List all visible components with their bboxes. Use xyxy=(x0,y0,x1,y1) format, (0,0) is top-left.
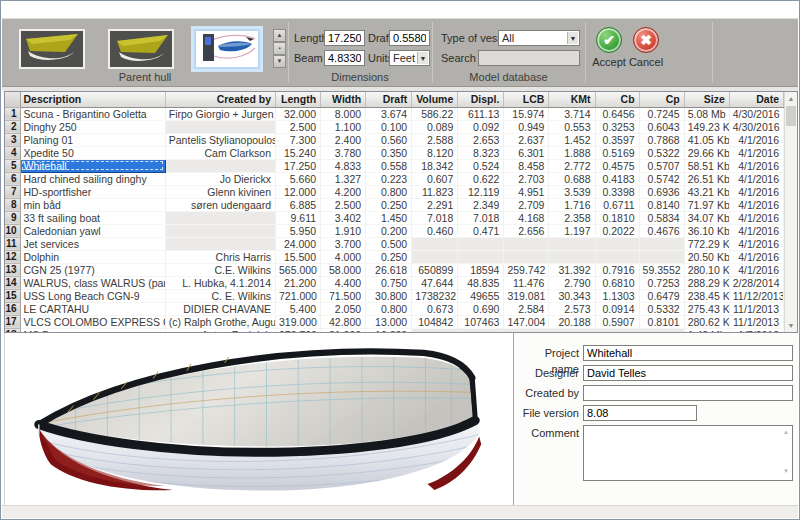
cell-date[interactable]: 11/1/2013 xyxy=(729,315,783,328)
cell-created_by[interactable]: C. E. Wilkins xyxy=(165,289,275,302)
cell-created_by[interactable]: Cam Clarkson xyxy=(165,146,275,159)
table-row[interactable]: 15USS Long Beach CGN-9C. E. Wilkins721.0… xyxy=(5,289,784,302)
cell-description[interactable]: HD-sportfisher xyxy=(20,185,165,198)
cell-cp[interactable]: 0.6043 xyxy=(639,120,684,133)
cell-cb[interactable]: 0.5907 xyxy=(595,315,639,328)
cell-size[interactable]: 26.51 Kb xyxy=(684,172,729,185)
cell-draft[interactable]: 0.558 xyxy=(366,159,412,172)
column-header-draft[interactable]: Draft xyxy=(366,92,412,107)
cell-width[interactable]: 2.050 xyxy=(321,302,366,315)
cell-kmt[interactable]: 31.392 xyxy=(549,263,595,276)
cell-length[interactable]: 721.000 xyxy=(275,289,320,302)
table-row[interactable]: 17VLCS COLOMBO EXPRESS Class(c) Ralph Gr… xyxy=(5,315,784,328)
cell-cb[interactable]: 0.3253 xyxy=(595,120,639,133)
cell-date[interactable]: 4/1/2016 xyxy=(729,250,783,263)
project-name-input[interactable] xyxy=(583,345,793,361)
cell-size[interactable]: 5.08 Mb xyxy=(684,107,729,120)
cell-volume[interactable]: 2.291 xyxy=(412,198,458,211)
cell-cb[interactable]: 0.4575 xyxy=(595,159,639,172)
cell-cp[interactable]: 0.5707 xyxy=(639,159,684,172)
cell-draft[interactable]: 0.800 xyxy=(366,185,412,198)
length-input[interactable] xyxy=(324,30,365,46)
cell-created_by[interactable]: (c) Ralph Grothe, August 2012 xyxy=(165,315,275,328)
row-number-cell[interactable]: 9 xyxy=(5,211,20,224)
cell-volume[interactable]: 0.607 xyxy=(412,172,458,185)
cell-lcb[interactable]: 147.004 xyxy=(504,315,549,328)
cell-size[interactable]: 29.66 Kb xyxy=(684,146,729,159)
cell-draft[interactable]: 0.250 xyxy=(366,250,412,263)
cell-kmt[interactable]: 0.688 xyxy=(549,172,595,185)
cell-lcb[interactable]: 8.458 xyxy=(504,159,549,172)
cell-displ[interactable]: 49655 xyxy=(458,289,504,302)
row-number-cell[interactable]: 16 xyxy=(5,302,20,315)
cell-length[interactable]: 2.500 xyxy=(275,120,320,133)
cell-created_by[interactable] xyxy=(165,120,275,133)
accept-button[interactable]: ✔ xyxy=(596,27,622,53)
cell-description[interactable]: Scuna - Brigantino Goletta xyxy=(20,107,165,120)
table-row[interactable]: 8min bådsøren udengaard6.8852.5000.2502.… xyxy=(5,198,784,211)
cell-date[interactable]: 4/1/2016 xyxy=(729,211,783,224)
column-header-length[interactable]: Length xyxy=(275,92,320,107)
cell-draft[interactable]: 0.800 xyxy=(366,302,412,315)
row-number-cell[interactable]: 15 xyxy=(5,289,20,302)
table-row[interactable]: 7HD-sportfisherGlenn kivinen12.0004.2000… xyxy=(5,185,784,198)
cell-displ[interactable]: 0.471 xyxy=(458,224,504,237)
cell-volume[interactable]: 1738232 xyxy=(412,289,458,302)
cell-volume[interactable]: 650899 xyxy=(412,263,458,276)
cell-volume[interactable] xyxy=(412,250,458,263)
row-number-cell[interactable]: 7 xyxy=(5,185,20,198)
cell-size[interactable]: 280.62 Kb xyxy=(684,315,729,328)
cell-kmt[interactable]: 2.573 xyxy=(549,302,595,315)
cell-width[interactable]: 42.800 xyxy=(321,315,366,328)
cell-size[interactable]: 41.05 Kb xyxy=(684,133,729,146)
cell-width[interactable]: 71.500 xyxy=(321,289,366,302)
cell-draft[interactable]: 0.200 xyxy=(366,224,412,237)
cell-lcb[interactable]: 11.476 xyxy=(504,276,549,289)
cell-cb[interactable]: 0.6711 xyxy=(595,198,639,211)
cell-description[interactable]: Jet services xyxy=(20,237,165,250)
cell-width[interactable]: 1.327 xyxy=(321,172,366,185)
column-header-size[interactable]: Size xyxy=(684,92,729,107)
cell-size[interactable]: 58.51 Kb xyxy=(684,159,729,172)
cell-width[interactable]: 2.400 xyxy=(321,133,366,146)
cell-size[interactable]: 238.45 Kb xyxy=(684,289,729,302)
cell-cp[interactable]: 0.4676 xyxy=(639,224,684,237)
column-header-date[interactable]: Date xyxy=(729,92,783,107)
row-number-cell[interactable]: 2 xyxy=(5,120,20,133)
cell-description[interactable]: VLCS COLOMBO EXPRESS Class xyxy=(20,315,165,328)
cell-cb[interactable]: 0.4183 xyxy=(595,172,639,185)
cell-width[interactable]: 8.000 xyxy=(321,107,366,120)
cell-displ[interactable]: 0.622 xyxy=(458,172,504,185)
cell-cb[interactable] xyxy=(595,250,639,263)
cell-displ[interactable]: 0.524 xyxy=(458,159,504,172)
cell-size[interactable]: 288.29 Kb xyxy=(684,276,729,289)
cell-volume[interactable]: 18.342 xyxy=(412,159,458,172)
cell-draft[interactable]: 30.800 xyxy=(366,289,412,302)
cell-kmt[interactable]: 2.358 xyxy=(549,211,595,224)
cell-date[interactable]: 4/1/2016 xyxy=(729,237,783,250)
table-row[interactable]: 6Hard chined sailing dinghyJo Dierickx5.… xyxy=(5,172,784,185)
cell-lcb[interactable]: 15.974 xyxy=(504,107,549,120)
cell-cb[interactable]: 0.2022 xyxy=(595,224,639,237)
cell-created_by[interactable]: Pantelis Stylianopoulos xyxy=(165,133,275,146)
cell-cp[interactable]: 0.7868 xyxy=(639,133,684,146)
down-arrow-icon[interactable]: ▼ xyxy=(782,468,790,474)
chevron-down-icon[interactable]: ▼ xyxy=(567,32,578,44)
up-arrow-icon[interactable]: ▲ xyxy=(782,429,790,435)
cell-volume[interactable]: 11.823 xyxy=(412,185,458,198)
cell-cp[interactable]: 0.7253 xyxy=(639,276,684,289)
comment-textarea[interactable] xyxy=(583,425,793,481)
cell-cp[interactable]: 0.7245 xyxy=(639,107,684,120)
cell-length[interactable]: 5.660 xyxy=(275,172,320,185)
row-number-cell[interactable]: 11 xyxy=(5,237,20,250)
cell-length[interactable]: 32.000 xyxy=(275,107,320,120)
cell-kmt[interactable] xyxy=(549,237,595,250)
cell-created_by[interactable]: DIDIER CHAVANE xyxy=(165,302,275,315)
cell-size[interactable]: 71.97 Kb xyxy=(684,198,729,211)
cell-length[interactable]: 15.240 xyxy=(275,146,320,159)
table-row[interactable]: 3Planing 01Pantelis Stylianopoulos7.3002… xyxy=(5,133,784,146)
cell-created_by[interactable]: Glenn kivinen xyxy=(165,185,275,198)
cell-description[interactable]: Xpedite 50 xyxy=(20,146,165,159)
table-vertical-scrollbar[interactable]: ▲ ▼ xyxy=(784,92,797,332)
cell-lcb[interactable]: 2.703 xyxy=(504,172,549,185)
